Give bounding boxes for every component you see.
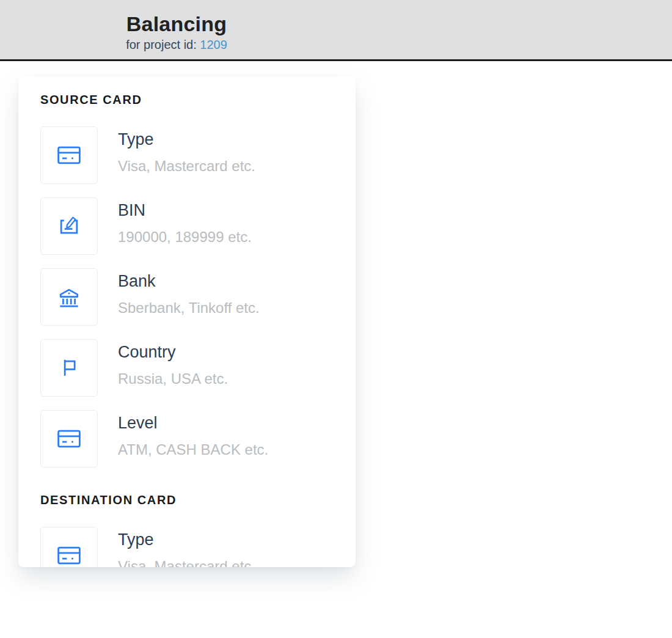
- item-text: TypeVisa, Mastercard etc.: [118, 527, 255, 567]
- credit-card-icon: [56, 142, 82, 169]
- list-item[interactable]: TypeVisa, Mastercard etc.: [40, 127, 343, 184]
- flag-icon: [56, 354, 82, 381]
- page-subtitle: for project id: 1209: [0, 38, 353, 52]
- item-text: CountryRussia, USA etc.: [118, 339, 228, 388]
- item-text: BIN190000, 189999 etc.: [118, 197, 252, 246]
- item-title: Country: [118, 342, 228, 362]
- panel: SOURCE CARD TypeVisa, Mastercard etc. BI…: [18, 76, 356, 567]
- item-subtitle: ATM, CASH BACK etc.: [118, 441, 268, 459]
- icon-box: [40, 527, 98, 567]
- edit-icon: [56, 213, 82, 240]
- item-text: TypeVisa, Mastercard etc.: [118, 127, 255, 175]
- icon-box: [40, 339, 98, 397]
- bank-icon: [56, 284, 82, 310]
- list-item[interactable]: LevelATM, CASH BACK etc.: [40, 410, 343, 468]
- section-heading: DESTINATION CARD: [40, 493, 343, 507]
- item-title: BIN: [118, 200, 252, 220]
- section-heading: SOURCE CARD: [40, 93, 343, 107]
- list-item[interactable]: BankSberbank, Tinkoff etc.: [40, 268, 343, 326]
- icon-box: [40, 127, 98, 184]
- icon-box: [40, 410, 98, 468]
- credit-card-icon: [56, 425, 82, 452]
- item-subtitle: Russia, USA etc.: [118, 370, 228, 388]
- subtitle-prefix: for project id:: [126, 38, 197, 51]
- icon-box: [40, 268, 98, 326]
- app-window: Balancing for project id: 1209 SOURCE CA…: [0, 0, 672, 638]
- list-item[interactable]: TypeVisa, Mastercard etc.: [40, 527, 343, 567]
- list-item[interactable]: CountryRussia, USA etc.: [40, 339, 343, 397]
- item-subtitle: Visa, Mastercard etc.: [118, 558, 255, 567]
- item-title: Type: [118, 530, 255, 549]
- item-text: LevelATM, CASH BACK etc.: [118, 410, 268, 459]
- item-title: Level: [118, 413, 268, 433]
- item-text: BankSberbank, Tinkoff etc.: [118, 268, 260, 317]
- credit-card-icon: [56, 542, 82, 567]
- header: Balancing for project id: 1209: [0, 0, 672, 61]
- project-id-link[interactable]: 1209: [200, 38, 227, 51]
- item-title: Bank: [118, 271, 260, 291]
- item-subtitle: Sberbank, Tinkoff etc.: [118, 299, 260, 317]
- icon-box: [40, 197, 98, 255]
- list-item[interactable]: BIN190000, 189999 etc.: [40, 197, 343, 255]
- item-title: Type: [118, 130, 255, 149]
- item-subtitle: 190000, 189999 etc.: [118, 229, 252, 246]
- item-subtitle: Visa, Mastercard etc.: [118, 158, 255, 175]
- header-inner: Balancing for project id: 1209: [0, 0, 353, 52]
- page-title: Balancing: [0, 12, 353, 36]
